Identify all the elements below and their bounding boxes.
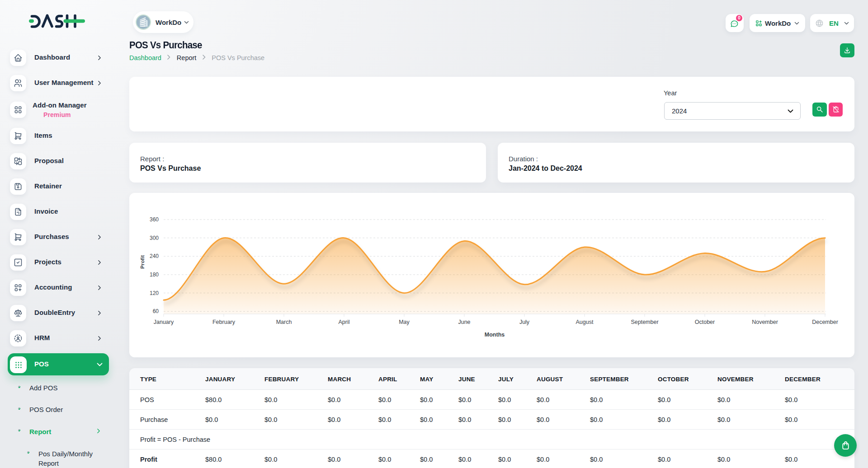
svg-text:March: March [276,319,292,325]
svg-text:May: May [399,319,410,325]
svg-text:240: 240 [150,253,159,259]
svg-text:January: January [154,319,174,325]
svg-text:Months: Months [485,332,505,338]
svg-text:August: August [576,319,594,325]
svg-text:October: October [695,319,715,325]
svg-text:Profit: Profit [140,255,145,269]
svg-text:360: 360 [150,216,159,223]
svg-text:June: June [458,319,470,325]
svg-text:November: November [752,319,778,325]
svg-text:July: July [519,319,530,325]
svg-text:September: September [631,319,658,325]
svg-text:April: April [338,319,349,325]
svg-text:December: December [812,319,838,325]
svg-text:300: 300 [150,235,159,241]
svg-text:February: February [212,319,236,325]
svg-text:120: 120 [150,290,159,296]
svg-text:180: 180 [150,271,159,278]
svg-text:60: 60 [153,308,159,314]
